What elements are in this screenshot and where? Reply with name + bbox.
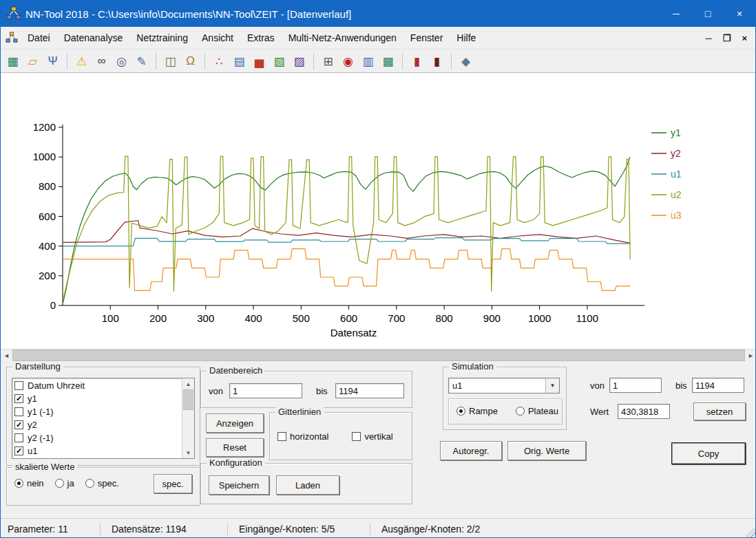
- chart-window-icon[interactable]: ▩: [379, 52, 397, 71]
- edit-document-icon[interactable]: ✎: [132, 52, 151, 71]
- group-konfiguration-caption: Konfiguration: [207, 458, 265, 468]
- chevron-down-icon[interactable]: ▼: [545, 378, 559, 393]
- target-icon[interactable]: ◉: [339, 52, 357, 71]
- list-item-datum-uhrzeit[interactable]: Datum Uhrzeit: [12, 379, 182, 392]
- datenbereich-bis-input[interactable]: [335, 383, 404, 398]
- checkbox-icon[interactable]: [14, 446, 23, 455]
- mode-radio-plateau[interactable]: Plateau: [516, 406, 558, 416]
- maximize-button[interactable]: □: [692, 1, 724, 27]
- area-chart-icon[interactable]: ▨: [290, 52, 308, 71]
- list-item-y1-1[interactable]: y1 (-1): [12, 405, 182, 418]
- list-item-label: y1: [28, 394, 37, 404]
- radio-ja[interactable]: ja: [55, 478, 74, 488]
- radio-icon[interactable]: [14, 479, 23, 488]
- list-scrollbar-track[interactable]: [182, 410, 194, 447]
- menu-datenanalyse[interactable]: Datenanalyse: [57, 27, 130, 49]
- warning-icon[interactable]: ⚠: [72, 52, 91, 71]
- check-horizontal[interactable]: horizontal: [277, 431, 328, 442]
- terminal-icon[interactable]: ⊞: [319, 52, 337, 71]
- menu-datei[interactable]: Datei: [21, 27, 57, 49]
- resize-grip-icon[interactable]: [746, 528, 756, 538]
- line-chart-icon[interactable]: ▧: [270, 52, 288, 71]
- open-folder-icon[interactable]: ▱: [23, 52, 42, 71]
- menu-ansicht[interactable]: Ansicht: [195, 27, 240, 49]
- checkbox-icon[interactable]: [14, 394, 23, 403]
- autoregr-button[interactable]: Autoregr.: [440, 441, 502, 460]
- simulation-selected-signal: u1: [449, 378, 545, 393]
- statusbar: Parameter: 11Datensätze: 1194Eingänge/-K…: [1, 518, 756, 538]
- binoculars-icon[interactable]: ∞: [92, 52, 111, 71]
- alarm-bell-icon[interactable]: Ω: [181, 52, 200, 71]
- simulation-bis-input[interactable]: [692, 378, 744, 393]
- scroll-up-icon[interactable]: ▲: [182, 378, 194, 389]
- search-results-icon[interactable]: ◎: [112, 52, 131, 71]
- gitterlinien-check-group: horizontalvertikal: [277, 431, 393, 442]
- radio-nein[interactable]: nein: [14, 478, 44, 488]
- list-vertical-scrollbar[interactable]: ▲ ▼: [182, 378, 194, 458]
- menu-netztraining[interactable]: Netztraining: [129, 27, 195, 49]
- copy-button[interactable]: Copy: [671, 442, 746, 464]
- checkbox-icon[interactable]: [14, 407, 23, 416]
- simulation-signal-select[interactable]: u1 ▼: [448, 378, 560, 394]
- status-item-1: Datensätze: 1194: [105, 519, 223, 538]
- wert-input[interactable]: [618, 404, 670, 419]
- checkbox-icon[interactable]: [277, 432, 286, 441]
- check-label: vertikal: [364, 431, 392, 442]
- simulation-von-input[interactable]: [609, 378, 662, 393]
- radio-icon[interactable]: [456, 407, 465, 416]
- checkbox-icon[interactable]: [14, 381, 23, 390]
- check-vertikal[interactable]: vertikal: [352, 431, 392, 442]
- close-button[interactable]: ×: [724, 1, 755, 27]
- radio-icon[interactable]: [85, 479, 94, 488]
- properties-window-icon[interactable]: ◫: [161, 52, 180, 71]
- x-tick-label: 1100: [576, 312, 598, 324]
- list-scrollbar-thumb[interactable]: [183, 389, 193, 410]
- menu-hilfe[interactable]: Hilfe: [450, 27, 483, 49]
- list-item-y2-1[interactable]: y2 (-1): [12, 431, 182, 444]
- scrollbar-thumb[interactable]: [12, 349, 745, 361]
- bar-chart-icon[interactable]: ▅: [250, 52, 269, 71]
- laden-button[interactable]: Laden: [276, 475, 339, 495]
- radio-icon[interactable]: [516, 407, 525, 416]
- data-grid-icon[interactable]: ▤: [230, 52, 249, 71]
- orig-werte-button[interactable]: Orig. Werte: [507, 441, 586, 460]
- status-item-3: Ausgänge/-Knoten: 2/2: [375, 519, 480, 538]
- speichern-button[interactable]: Speichern: [209, 475, 269, 495]
- checkbox-icon[interactable]: [352, 432, 361, 441]
- setzen-button[interactable]: setzen: [693, 402, 746, 420]
- mdi-restore-button[interactable]: ❐: [723, 33, 731, 43]
- scatter-plot-icon[interactable]: ∴: [210, 52, 229, 71]
- spec-button[interactable]: spec.: [154, 474, 192, 493]
- menu-extras[interactable]: Extras: [240, 27, 282, 49]
- scroll-left-icon[interactable]: ◄: [1, 349, 12, 361]
- excel-table-icon[interactable]: ▦: [3, 52, 22, 71]
- datenbereich-von-input[interactable]: [229, 383, 302, 398]
- checkbox-icon[interactable]: [14, 433, 23, 442]
- chart-area: 0200400600800100012001002003004005006007…: [1, 72, 756, 361]
- list-item-u1[interactable]: u1: [12, 444, 182, 458]
- status-item-2: Eingänge/-Knoten: 5/5: [232, 519, 366, 538]
- checkbox-icon[interactable]: [14, 420, 23, 429]
- mode-radio-rampe[interactable]: Rampe: [456, 406, 498, 416]
- reset-button[interactable]: Reset: [206, 438, 264, 457]
- network-icon[interactable]: Ψ: [43, 52, 62, 71]
- menu-fenster[interactable]: Fenster: [403, 27, 450, 49]
- anzeigen-button[interactable]: Anzeigen: [206, 413, 264, 433]
- cube-3d-icon[interactable]: ◆: [456, 52, 475, 71]
- list-item-y2[interactable]: y2: [12, 418, 182, 431]
- mdi-minimize-button[interactable]: ─: [706, 33, 712, 43]
- table-view-icon[interactable]: ▥: [359, 52, 377, 71]
- series-listbox[interactable]: Datum Uhrzeity1y1 (-1)y2y2 (-1)u1 ▲ ▼: [12, 378, 195, 459]
- scroll-right-icon[interactable]: ►: [745, 349, 756, 361]
- chart-horizontal-scrollbar[interactable]: ◄ ►: [1, 349, 756, 361]
- list-item-y1[interactable]: y1: [12, 392, 182, 405]
- radio-spec[interactable]: spec.: [85, 478, 119, 488]
- menu-multi-netz-anwendungen[interactable]: Multi-Netz-Anwendungen: [282, 27, 403, 49]
- scroll-down-icon[interactable]: ▼: [182, 447, 194, 458]
- status-separator: [227, 523, 228, 535]
- radio-icon[interactable]: [55, 479, 64, 488]
- library-book-icon[interactable]: ▮: [428, 52, 446, 71]
- mdi-close-button[interactable]: ×: [742, 33, 747, 43]
- save-book-icon[interactable]: ▮: [408, 52, 426, 71]
- minimize-button[interactable]: ─: [660, 1, 692, 27]
